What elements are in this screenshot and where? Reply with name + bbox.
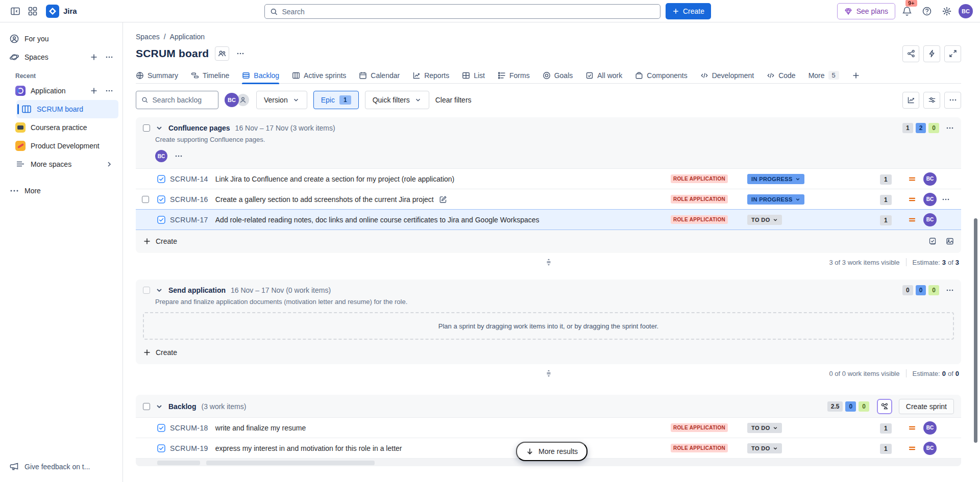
- work-item-title[interactable]: Add role-related reading notes, doc link…: [215, 216, 540, 224]
- add-icon[interactable]: [90, 87, 98, 95]
- breadcrumb-spaces[interactable]: Spaces: [136, 33, 160, 41]
- backlog-name[interactable]: Backlog: [168, 402, 196, 411]
- more-results-button[interactable]: More results: [516, 442, 587, 461]
- quick-filters-button[interactable]: Quick filters: [365, 91, 429, 109]
- status-dropdown[interactable]: TO DO: [747, 215, 782, 225]
- sprint-create-button[interactable]: Create: [136, 341, 961, 364]
- sidebar-item-spaces[interactable]: Spaces: [4, 48, 118, 66]
- epic-badge[interactable]: ROLE APPLICATION: [671, 195, 728, 204]
- backlog-search-input[interactable]: [153, 96, 213, 104]
- sidebar-item-scrum-board[interactable]: SCRUM board: [16, 100, 118, 118]
- add-tab-button[interactable]: [852, 67, 860, 84]
- tab-timeline[interactable]: Timeline: [191, 67, 229, 84]
- empty-sprint-dropzone[interactable]: Plan a sprint by dragging work items int…: [143, 312, 954, 340]
- sprint-create-button[interactable]: Create: [136, 230, 961, 253]
- sidebar-item-product-development[interactable]: Product Development: [10, 137, 118, 155]
- breadcrumb-application[interactable]: Application: [170, 33, 205, 41]
- priority-medium-icon[interactable]: [908, 175, 916, 183]
- tab-more[interactable]: More 5: [808, 67, 839, 84]
- sprint-drag-handle[interactable]: [545, 369, 553, 377]
- vertical-scrollbar[interactable]: [974, 218, 977, 443]
- collapse-chevron-icon[interactable]: [155, 124, 163, 132]
- work-item-title[interactable]: express my interest in and motivation fo…: [215, 444, 402, 452]
- spaces-more-icon[interactable]: [105, 53, 113, 61]
- assignee-avatar[interactable]: BC: [923, 442, 937, 455]
- estimate-badge[interactable]: 1: [880, 174, 892, 185]
- fullscreen-button[interactable]: [944, 45, 961, 62]
- help-button[interactable]: [919, 3, 935, 19]
- priority-medium-icon[interactable]: [908, 216, 916, 224]
- assignee-avatar[interactable]: BC: [923, 172, 937, 186]
- work-item-title[interactable]: Link Jira to Confluence and create a sec…: [215, 175, 454, 183]
- board-members-button[interactable]: [215, 46, 229, 61]
- estimate-badge[interactable]: 1: [880, 215, 892, 225]
- tab-backlog[interactable]: Backlog: [242, 67, 279, 84]
- sprint-name[interactable]: Confluence pages: [168, 124, 230, 132]
- status-dropdown[interactable]: TO DO: [747, 423, 782, 433]
- sidebar-item-more-spaces[interactable]: More spaces: [10, 155, 118, 173]
- sprint-owner-avatar[interactable]: BC: [155, 150, 167, 162]
- tab-summary[interactable]: Summary: [136, 67, 178, 84]
- profile-avatar[interactable]: BC: [959, 4, 973, 18]
- share-button[interactable]: [902, 45, 919, 62]
- row-checkbox[interactable]: [142, 196, 149, 203]
- sprint-checkbox[interactable]: [143, 124, 150, 132]
- owner-more-icon[interactable]: [175, 152, 183, 160]
- priority-medium-icon[interactable]: [908, 444, 916, 452]
- epic-filter-button[interactable]: Epic 1: [313, 91, 359, 109]
- work-item-row-selected[interactable]: SCRUM-17 Add role-related reading notes,…: [136, 209, 961, 230]
- work-item-row[interactable]: SCRUM-14 Link Jira to Confluence and cre…: [136, 168, 961, 189]
- sidebar-item-coursera-practice[interactable]: Coursera practice: [10, 118, 118, 137]
- add-space-icon[interactable]: [90, 53, 98, 61]
- task-template-icon[interactable]: [928, 237, 937, 245]
- backlog-more-button[interactable]: [944, 92, 961, 109]
- global-search-input[interactable]: [282, 8, 655, 16]
- tab-code[interactable]: Code: [767, 67, 795, 84]
- jira-home-link[interactable]: Jira: [46, 5, 77, 18]
- backlog-checkbox[interactable]: [143, 403, 150, 410]
- assignee-avatar[interactable]: BC: [923, 421, 937, 435]
- epic-badge[interactable]: ROLE APPLICATION: [671, 215, 728, 224]
- tab-reports[interactable]: Reports: [412, 67, 449, 84]
- tab-forms[interactable]: Forms: [498, 67, 530, 84]
- more-icon[interactable]: [105, 87, 113, 95]
- view-settings-button[interactable]: [923, 92, 940, 109]
- epic-badge[interactable]: ROLE APPLICATION: [671, 174, 728, 183]
- sidebar-item-for-you[interactable]: For you: [4, 30, 118, 48]
- row-more-icon[interactable]: [942, 195, 950, 204]
- collapse-sidebar-button[interactable]: [7, 3, 23, 19]
- app-switcher-button[interactable]: [24, 3, 41, 19]
- tab-development[interactable]: Development: [700, 67, 754, 84]
- status-dropdown[interactable]: TO DO: [747, 443, 782, 453]
- assignee-avatar[interactable]: BC: [923, 193, 937, 206]
- global-search[interactable]: [264, 4, 660, 19]
- tab-all-work[interactable]: All work: [585, 67, 622, 84]
- tab-components[interactable]: Components: [635, 67, 687, 84]
- priority-medium-icon[interactable]: [908, 424, 916, 432]
- estimate-badge[interactable]: 1: [880, 423, 892, 434]
- work-item-row[interactable]: SCRUM-16 Create a gallery section to add…: [136, 189, 961, 209]
- work-item-row[interactable]: SCRUM-18 write and finalize my resume RO…: [136, 417, 961, 438]
- clear-filters-button[interactable]: Clear filters: [435, 96, 472, 104]
- settings-button[interactable]: [939, 3, 955, 19]
- insights-button[interactable]: [902, 92, 919, 109]
- create-button[interactable]: Create: [666, 3, 711, 19]
- assignee-avatar[interactable]: BC: [225, 93, 239, 107]
- backlog-search[interactable]: [136, 91, 218, 109]
- notifications-button[interactable]: 9+: [899, 3, 915, 19]
- give-feedback-button[interactable]: Give feedback on t...: [4, 456, 118, 477]
- automation-button[interactable]: [923, 45, 940, 62]
- ai-suggest-button[interactable]: [877, 399, 892, 414]
- sprint-checkbox[interactable]: [143, 287, 150, 294]
- status-dropdown[interactable]: IN PROGRESS: [747, 174, 804, 184]
- image-icon[interactable]: [946, 237, 954, 245]
- tab-active-sprints[interactable]: Active sprints: [292, 67, 346, 84]
- epic-badge[interactable]: ROLE APPLICATION: [671, 423, 728, 432]
- edit-summary-icon[interactable]: [439, 195, 447, 204]
- collapse-chevron-icon[interactable]: [155, 402, 163, 411]
- sprint-drag-handle[interactable]: [545, 258, 553, 266]
- create-sprint-button[interactable]: Create sprint: [899, 399, 954, 414]
- sprint-more-button[interactable]: [946, 286, 954, 294]
- version-filter-button[interactable]: Version: [256, 91, 307, 109]
- epic-badge[interactable]: ROLE APPLICATION: [671, 444, 728, 452]
